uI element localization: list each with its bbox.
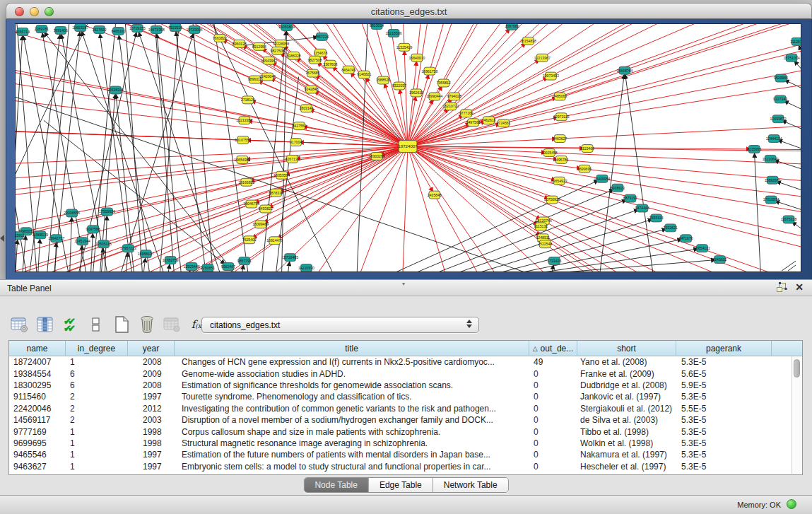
graph-edge [408,146,657,271]
column-header-pagerank[interactable]: pagerank [676,341,772,356]
splitter-handle-icon[interactable]: ▾ [402,281,405,287]
tab-network-table[interactable]: Network Table [433,478,508,492]
cell: 0 [529,369,577,379]
column-header-short[interactable]: short [577,341,676,356]
vertical-scrollbar[interactable] [792,356,802,474]
graph-edge [782,121,801,129]
graph-node-label: 6497568 [466,120,481,124]
new-table-icon[interactable] [112,315,131,334]
cell: 14569117 [9,415,66,425]
tab-node-table[interactable]: Node Table [304,478,369,492]
graph-node-label: 8427552 [293,124,307,128]
cell: 5.3E-5 [676,438,772,448]
graph-node-label: 10107553 [235,138,251,142]
cell: 1997 [128,392,175,402]
graph-edge [777,182,801,190]
cell: Nakamura et al. (1997) [577,450,676,460]
graph-node-label: 8466160 [111,29,125,33]
graph-edge [16,99,408,146]
select-column-icon[interactable] [35,315,54,334]
graph-node-label: 2718126 [241,98,255,102]
cell: Yano et al. (2008) [577,357,676,367]
graph-edge [775,201,801,209]
graph-node-label: 2935114 [649,216,664,220]
close-panel-icon[interactable]: ✕ [795,282,804,293]
column-header-title[interactable]: title [175,341,529,356]
table-row[interactable]: 946362711997Embryonic stem cells: a mode… [9,461,802,472]
table-selector[interactable]: citations_edges.txt [201,317,479,333]
graph-edge [125,24,142,271]
column-header-name[interactable]: name [9,341,66,356]
graph-node-label: 16782759 [163,258,179,262]
table-row[interactable]: 2242004622012Investigating the contribut… [9,403,802,414]
graph-edge [91,233,93,271]
graph-node-label: 2522544 [538,242,552,246]
graph-node-label: 9857791 [237,259,252,263]
graph-edge [396,180,599,271]
network-frame: 4055714228978136914061065328715276028466… [6,19,812,279]
cell: 5.3E-5 [676,462,772,472]
graph-node-label: 15218506 [386,31,402,35]
scrollbar-thumb[interactable] [794,359,800,378]
graph-node-label: 12444134 [766,136,782,141]
table-row[interactable]: 1830029562008Estimation of significance … [9,380,802,391]
cell: 2 [66,404,128,414]
graph-node-label: 8912954 [252,45,266,49]
graph-edge [555,201,801,271]
table-settings-icon[interactable] [10,315,29,334]
sort-arrow-icon: △ [533,345,538,352]
graph-edge [545,24,801,56]
cell: 1 [66,450,128,460]
cell: Structural magnetic resonance image aver… [175,438,529,448]
graph-node-label: 16543962 [261,59,277,63]
table-row[interactable]: 1872400712008Changes of HCN gene express… [9,356,802,368]
graph-node-label: 5493822 [259,206,273,211]
graph-node-label: 917004 [290,140,302,144]
graph-node-label: 1154678 [314,51,328,55]
cell: 2008 [128,357,175,367]
network-canvas[interactable]: 4055714228978136914061065328715276028466… [15,23,801,272]
collapse-handle-icon[interactable] [0,235,4,242]
column-header-year[interactable]: year [128,341,175,356]
window-titlebar[interactable]: citations_edges.txt [6,3,812,19]
graph-edge [23,146,408,271]
tab-edge-table[interactable]: Edge Table [369,478,433,492]
graph-node-label: 16961758 [421,69,437,74]
graph-node-label: 9495784 [554,158,568,162]
graph-node-label: 1248511 [536,235,550,240]
graph-node-label: 8454749 [341,68,355,72]
graph-node-label: 9699695 [577,167,592,171]
cell: 6 [66,380,128,390]
graph-node-label: 11675318 [781,217,797,221]
row-height-icon[interactable] [86,315,105,334]
cell: 2 [66,392,128,402]
graph-node-label: 20206556 [64,211,80,215]
graph-node-label: 15751074 [784,56,800,60]
graph-edge [775,160,801,169]
float-window-icon[interactable] [776,282,787,293]
graph-node-label: 12093872 [770,117,787,121]
graph-node-label: 8813014 [370,24,384,28]
table-row[interactable]: 1456911722003Disruption of a novel membe… [9,414,802,426]
graph-node-label: 12973115 [553,115,570,119]
graph-node-label: 9061467 [221,264,235,269]
cell: 2009 [128,369,175,379]
table-row[interactable]: 911546021997Tourette syndrome. Phenomeno… [9,391,802,402]
graph-edge [408,146,549,199]
graph-node-label: 2435845 [428,193,442,197]
graph-edge [288,262,290,271]
column-header-out_de[interactable]: △out_de... [529,341,577,356]
graph-node-label: 9463627 [553,136,567,141]
graph-edge [600,75,624,271]
graph-node-label: 1112674 [790,40,801,44]
graph-node-label: 15723004 [187,28,203,32]
select-rows-icon[interactable]: ✔✔✔✔ [61,315,80,334]
delete-table-icon[interactable] [137,315,156,334]
table-row[interactable]: 1938455462009Genome-wide association stu… [9,368,802,379]
table-row[interactable]: 977716911998Corpus callosum shape and si… [9,426,802,437]
table-row[interactable]: 969969511998Structural magnetic resonanc… [9,438,802,449]
column-header-in_degree[interactable]: in_degree [66,341,128,356]
table-row[interactable]: 946554611997Estimation of the future num… [9,449,802,460]
cell: 5.3E-5 [676,427,772,437]
graph-edge [16,36,23,205]
